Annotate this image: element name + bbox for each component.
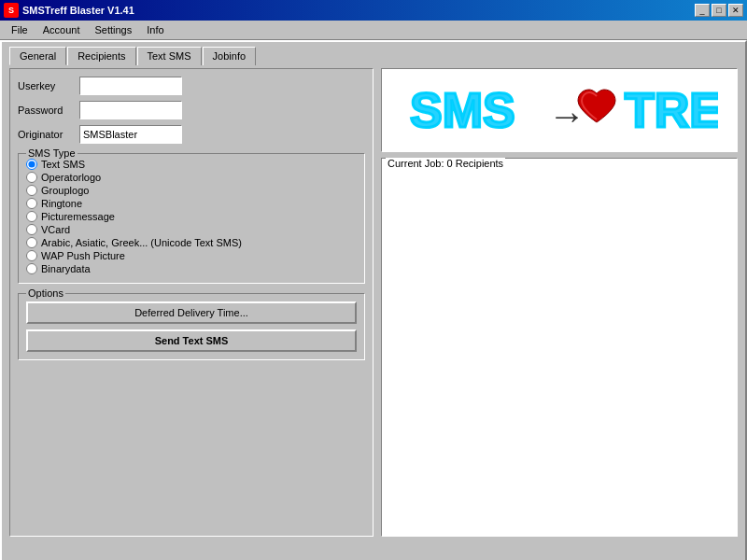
radio-textsms-label: Text SMS xyxy=(41,159,85,170)
radio-textsms-input[interactable] xyxy=(26,159,37,170)
userkey-input[interactable] xyxy=(79,77,182,95)
radio-ringtone-input[interactable] xyxy=(26,198,37,209)
radio-arabic: Arabic, Asiatic, Greek... (Unicode Text … xyxy=(26,236,357,249)
radio-textsms: Text SMS xyxy=(26,158,357,171)
tab-general[interactable]: General xyxy=(9,47,66,65)
title-bar-buttons: _ □ ✕ xyxy=(695,4,743,17)
menu-bar: File Account Settings Info xyxy=(0,21,747,40)
radio-ringtone: Ringtone xyxy=(26,197,357,210)
password-row: Password xyxy=(18,101,365,119)
radio-vcard: VCard xyxy=(26,223,357,236)
logo-svg: SMS SMS → TREFF TREFF xyxy=(401,73,718,147)
password-label: Password xyxy=(18,105,74,116)
app-icon: S xyxy=(4,3,19,18)
radio-picturemessage-label: Picturemessage xyxy=(41,211,115,222)
tabs: General Recipients Text SMS Jobinfo xyxy=(2,42,745,64)
right-panel: SMS SMS → TREFF TREFF Curr xyxy=(381,68,738,537)
originator-input[interactable] xyxy=(79,125,182,144)
radio-ringtone-label: Ringtone xyxy=(41,198,82,209)
radio-picturemessage-input[interactable] xyxy=(26,211,37,222)
radio-binarydata: Binarydata xyxy=(26,262,357,275)
current-job-label: Current Job: 0 Recipients xyxy=(386,158,505,169)
radio-wappush-label: WAP Push Picture xyxy=(41,250,125,261)
minimize-button[interactable]: _ xyxy=(695,4,710,17)
radio-binarydata-label: Binarydata xyxy=(41,263,91,274)
logo-area: SMS SMS → TREFF TREFF xyxy=(381,68,738,152)
radio-operatorlogo: Operatorlogo xyxy=(26,171,357,184)
title-bar-left: S SMSTreff Blaster V1.41 xyxy=(4,3,134,18)
radio-picturemessage: Picturemessage xyxy=(26,210,357,223)
left-panel: Userkey Password Originator SMS Type Tex… xyxy=(9,68,374,537)
radio-arabic-input[interactable] xyxy=(26,237,37,248)
userkey-row: Userkey xyxy=(18,77,365,95)
radio-wappush-input[interactable] xyxy=(26,250,37,261)
options-title: Options xyxy=(26,287,65,299)
content-area: Userkey Password Originator SMS Type Tex… xyxy=(2,64,745,544)
send-sms-button[interactable]: Send Text SMS xyxy=(26,329,357,352)
sms-type-title: SMS Type xyxy=(26,147,78,159)
menu-account[interactable]: Account xyxy=(35,22,88,37)
radio-arabic-label: Arabic, Asiatic, Greek... (Unicode Text … xyxy=(41,237,242,248)
radio-grouplogo-label: Grouplogo xyxy=(41,185,89,196)
originator-row: Originator xyxy=(18,125,365,144)
sms-type-group: SMS Type Text SMS Operatorlogo Grouplogo… xyxy=(18,153,365,284)
radio-operatorlogo-label: Operatorlogo xyxy=(41,172,101,183)
radio-grouplogo: Grouplogo xyxy=(26,184,357,197)
password-input[interactable] xyxy=(79,101,182,119)
app-title: SMSTreff Blaster V1.41 xyxy=(22,5,134,16)
userkey-label: Userkey xyxy=(18,80,74,91)
tab-textsms[interactable]: Text SMS xyxy=(137,47,202,65)
deferred-delivery-button[interactable]: Deferred Delivery Time... xyxy=(26,301,357,324)
current-job-box: Current Job: 0 Recipients xyxy=(381,158,738,537)
maximize-button[interactable]: □ xyxy=(712,4,726,17)
radio-vcard-label: VCard xyxy=(41,224,70,235)
radio-binarydata-input[interactable] xyxy=(26,263,37,274)
radio-operatorlogo-input[interactable] xyxy=(26,172,37,183)
menu-info[interactable]: Info xyxy=(139,22,171,37)
tab-recipients[interactable]: Recipients xyxy=(67,47,135,65)
title-bar: S SMSTreff Blaster V1.41 _ □ ✕ xyxy=(0,0,747,21)
radio-wappush: WAP Push Picture xyxy=(26,249,357,262)
tab-jobinfo[interactable]: Jobinfo xyxy=(203,47,256,65)
close-button[interactable]: ✕ xyxy=(728,4,743,17)
svg-text:SMS: SMS xyxy=(410,83,515,137)
options-group: Options Deferred Delivery Time... Send T… xyxy=(18,293,365,360)
svg-text:TREFF: TREFF xyxy=(625,83,718,137)
radio-vcard-input[interactable] xyxy=(26,224,37,235)
originator-label: Originator xyxy=(18,129,74,140)
menu-file[interactable]: File xyxy=(4,22,35,37)
menu-settings[interactable]: Settings xyxy=(87,22,139,37)
main-window: General Recipients Text SMS Jobinfo User… xyxy=(0,40,747,560)
radio-grouplogo-input[interactable] xyxy=(26,185,37,196)
